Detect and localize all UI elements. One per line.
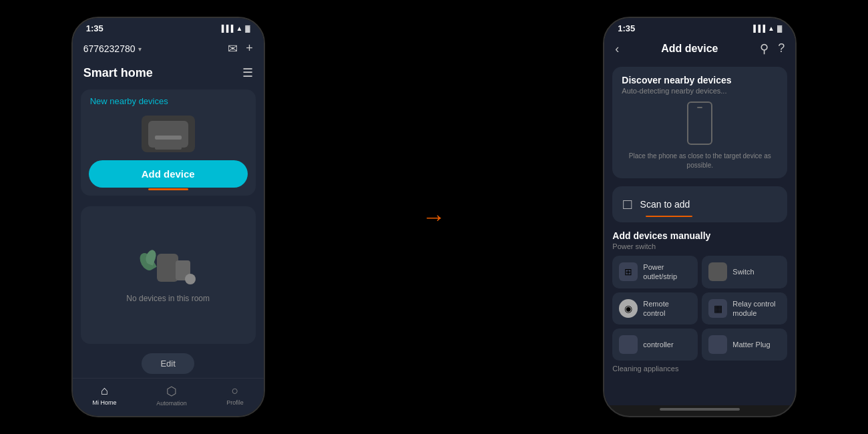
switch-icon [708,262,727,281]
arrow-icon: → [422,203,446,231]
right-signal-icon: ▐▐▐ [751,25,765,32]
search-icon[interactable]: ⚲ [760,41,769,56]
left-header-icons: ✉ + [228,41,253,56]
smart-home-title: Smart home [83,66,153,80]
controller-icon [619,335,638,354]
main-container: 1:35 ▐▐▐ ▲ ▓ 6776232780 ▾ ✉ + S [0,0,868,434]
device-grid: ⊞ Power outlet/strip Switch ◉ Remote con… [612,256,787,361]
remote-label: Remote control [643,299,691,318]
smart-home-row: Smart home ☰ [73,61,264,84]
scan-label: Scan to add [640,199,690,210]
nav-home[interactable]: ⌂ Mi Home [92,384,116,407]
bottom-indicator [660,408,740,411]
account-number: 6776232780 [83,43,136,54]
device-card-power-outlet[interactable]: ⊞ Power outlet/strip [612,256,698,288]
help-icon[interactable]: ? [778,41,785,56]
profile-icon: ○ [232,384,239,398]
menu-icon[interactable]: ☰ [242,65,253,80]
switch-label: Switch [732,267,754,276]
right-battery-icon: ▓ [777,25,782,32]
matter-plug-label: Matter Plug [732,340,770,349]
device-cam [185,274,196,284]
left-phone: 1:35 ▐▐▐ ▲ ▓ 6776232780 ▾ ✉ + S [71,17,265,417]
left-status-icons: ▐▐▐ ▲ ▓ [219,25,250,32]
scan-icon: □ [623,196,632,213]
left-header: 6776232780 ▾ ✉ + [73,36,264,61]
nav-automation-label: Automation [156,400,187,407]
nearby-devices-card: New nearby devices Add device [81,89,256,196]
discover-card: Discover nearby devices Auto-detecting n… [612,67,787,178]
nav-profile[interactable]: ○ Profile [226,384,244,407]
wifi-icon: ▲ [236,25,242,32]
device-card-controller[interactable]: controller [612,329,698,361]
device-image [142,116,195,152]
transition-arrow: → [407,203,461,231]
nav-profile-label: Profile [226,399,244,406]
discover-title: Discover nearby devices [622,75,778,85]
no-devices-card: No devices in this room [81,206,256,344]
left-status-bar: 1:35 ▐▐▐ ▲ ▓ [73,18,264,36]
right-wifi-icon: ▲ [768,25,775,32]
device-card-switch[interactable]: Switch [702,256,787,288]
account-row[interactable]: 6776232780 ▾ [83,43,142,54]
header-right-icons: ⚲ ? [760,41,785,56]
power-outlet-icon: ⊞ [619,262,638,281]
home-icon: ⌂ [101,384,108,398]
matter-plug-icon [708,335,727,354]
add-manually-section: Add devices manually Power switch ⊞ Powe… [612,230,787,403]
device-card-remote[interactable]: ◉ Remote control [612,292,698,325]
plus-icon[interactable]: + [246,41,253,56]
right-status-icons: ▐▐▐ ▲ ▓ [751,25,782,32]
left-phone-content: 6776232780 ▾ ✉ + Smart home ☰ New nearby… [73,36,264,378]
devices-illustration [138,247,198,287]
automation-icon: ⬡ [166,384,177,399]
add-manually-title: Add devices manually [612,230,787,241]
discover-hint: Place the phone as close to the target d… [622,152,778,170]
phone-shape-icon [687,101,712,145]
cleaning-appliances-label: Cleaning appliances [612,365,787,373]
back-button[interactable]: ‹ [615,42,619,56]
relay-icon: ▦ [708,299,727,318]
chevron-down-icon: ▾ [138,45,142,53]
device-card-relay[interactable]: ▦ Relay control module [702,292,787,325]
nav-home-label: Mi Home [92,399,116,406]
bottom-nav: ⌂ Mi Home ⬡ Automation ○ Profile [73,378,264,416]
device-card-matter-plug[interactable]: Matter Plug [702,329,787,361]
phone-illustration [622,101,778,145]
device-preview [81,110,256,155]
nav-automation[interactable]: ⬡ Automation [156,384,187,407]
no-devices-text: No devices in this room [126,294,210,303]
power-switch-label: Power switch [612,242,787,250]
left-time: 1:35 [86,23,103,33]
right-phone: 1:35 ▐▐▐ ▲ ▓ ‹ Add device ⚲ ? Discover n… [603,17,797,417]
nearby-label: New nearby devices [81,89,256,110]
add-device-button[interactable]: Add device [89,160,248,188]
edit-button[interactable]: Edit [142,353,194,374]
discover-subtitle: Auto-detecting nearby devices... [622,87,778,95]
add-device-header: ‹ Add device ⚲ ? [604,36,795,61]
device-box1 [157,254,178,282]
relay-label: Relay control module [732,299,781,318]
scan-underline [646,216,692,217]
battery-icon: ▓ [245,25,250,32]
controller-label: controller [643,340,673,349]
power-outlet-label: Power outlet/strip [643,262,691,282]
message-icon[interactable]: ✉ [228,41,238,56]
right-time: 1:35 [618,23,635,33]
add-device-title: Add device [661,43,718,55]
right-status-bar: 1:35 ▐▐▐ ▲ ▓ [604,18,795,36]
remote-icon: ◉ [619,299,638,318]
signal-icon: ▐▐▐ [219,25,233,32]
scan-card[interactable]: □ Scan to add [612,186,787,222]
right-phone-content: ‹ Add device ⚲ ? Discover nearby devices… [604,36,795,405]
